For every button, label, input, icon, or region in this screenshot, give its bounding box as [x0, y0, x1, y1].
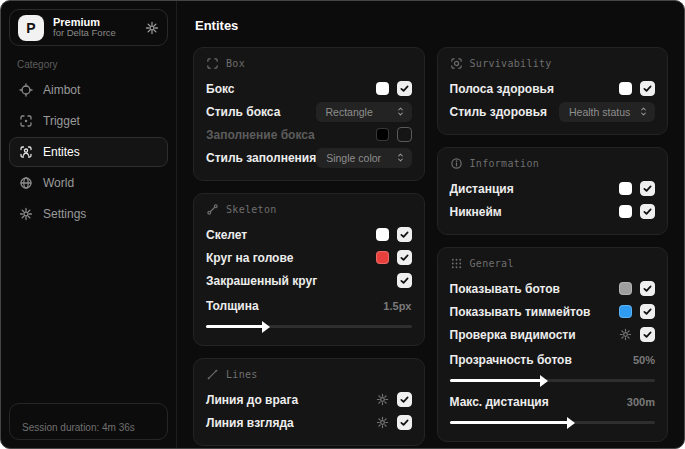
select-value: Single color	[326, 152, 381, 164]
chevrons-up-down-icon	[395, 152, 406, 163]
info-icon	[450, 157, 463, 170]
setting-label: Линия взгляда	[206, 416, 294, 430]
panel-lines: LinesЛиния до врагаЛиния взгляда	[193, 358, 425, 446]
checkbox[interactable]	[397, 415, 412, 430]
sidebar-nav: AimbotTriggetEntitesWorldSettings	[9, 75, 168, 229]
setting-label: Стиль бокса	[206, 105, 280, 119]
checkbox[interactable]	[397, 273, 412, 288]
color-swatch[interactable]	[376, 82, 389, 95]
row-controls	[376, 250, 412, 265]
select-dropdown[interactable]: Rectangle	[316, 102, 412, 122]
slider-value: 1.5px	[383, 300, 411, 312]
checkbox[interactable]	[397, 392, 412, 407]
color-swatch[interactable]	[619, 182, 632, 195]
sidebar-item-aimbot[interactable]: Aimbot	[9, 75, 168, 105]
slider-thumb[interactable]	[540, 375, 548, 387]
slider-track[interactable]	[206, 325, 412, 328]
select-value: Rectangle	[326, 106, 373, 118]
sidebar-item-world[interactable]: World	[9, 168, 168, 198]
checkbox[interactable]	[397, 227, 412, 242]
panel-information: InformationДистанцияНикнейм	[437, 147, 669, 235]
panel-columns: BoxБоксСтиль боксаRectangleЗаполнение бо…	[193, 47, 668, 446]
panel-title: Box	[226, 58, 245, 69]
select-dropdown[interactable]: Single color	[316, 148, 412, 168]
setting-label: Прозрачность ботов	[450, 353, 572, 367]
row-controls	[376, 415, 412, 430]
row-gear-icon[interactable]	[376, 416, 389, 429]
setting-row: Линия до врага	[206, 388, 412, 411]
panel-title: Lines	[226, 369, 258, 380]
row-controls	[376, 81, 412, 96]
setting-row: Макс. дистанция300m	[450, 390, 656, 413]
checkbox[interactable]	[640, 204, 655, 219]
slider-fill	[450, 421, 569, 424]
checkbox[interactable]	[640, 281, 655, 296]
checkbox[interactable]	[640, 304, 655, 319]
row-gear-icon[interactable]	[376, 393, 389, 406]
checkbox[interactable]	[640, 181, 655, 196]
slider-track[interactable]	[450, 379, 656, 382]
color-swatch[interactable]	[619, 205, 632, 218]
panel-header: General	[450, 257, 656, 270]
setting-label: Проверка видимости	[450, 328, 576, 342]
app-logo: P	[18, 15, 44, 41]
panel-skeleton: SkeletonСкелетКруг на головеЗакрашенный …	[193, 193, 425, 346]
setting-row: Никнейм	[450, 200, 656, 223]
main-content: Entites BoxБоксСтиль боксаRectangleЗапол…	[177, 1, 684, 448]
row-controls	[619, 281, 655, 296]
checkbox[interactable]	[397, 250, 412, 265]
setting-label: Бокс	[206, 82, 234, 96]
row-controls	[619, 327, 655, 342]
setting-label: Стиль здоровья	[450, 105, 548, 119]
setting-row: Заполнение бокса	[206, 123, 412, 146]
setting-row: Полоса здоровья	[450, 77, 656, 100]
color-swatch[interactable]	[619, 82, 632, 95]
setting-row: Стиль здоровьяHealth status	[450, 100, 656, 123]
lines-icon	[206, 368, 219, 381]
setting-label: Полоса здоровья	[450, 82, 554, 96]
chevrons-up-down-icon	[638, 106, 649, 117]
setting-label: Скелет	[206, 228, 247, 242]
product-card: P Premium for Delta Force	[9, 9, 168, 46]
sidebar-item-entites[interactable]: Entites	[9, 137, 168, 167]
panel-header: Skeleton	[206, 203, 412, 216]
chevrons-up-down-icon	[395, 106, 406, 117]
color-swatch[interactable]	[376, 128, 389, 141]
select-dropdown[interactable]: Health status	[559, 102, 655, 122]
sidebar-item-settings[interactable]: Settings	[9, 199, 168, 229]
panel-header: Information	[450, 157, 656, 170]
slider-thumb[interactable]	[567, 417, 575, 429]
header-gear-icon[interactable]	[145, 21, 159, 35]
settings-icon	[19, 207, 33, 221]
slider-fill	[206, 325, 264, 328]
checkbox[interactable]	[397, 81, 412, 96]
checkbox[interactable]	[640, 81, 655, 96]
setting-row: Закрашенный круг	[206, 269, 412, 292]
panel-title: General	[470, 258, 514, 269]
slider-setting: Макс. дистанция300m	[450, 388, 656, 430]
setting-row: Линия взгляда	[206, 411, 412, 434]
slider-value: 50%	[633, 354, 655, 366]
setting-row: Стиль заполненияSingle color	[206, 146, 412, 169]
slider-track[interactable]	[450, 421, 656, 424]
row-controls	[376, 227, 412, 242]
checkbox[interactable]	[397, 127, 412, 142]
color-swatch[interactable]	[376, 251, 389, 264]
setting-row: Показывать тиммейтов	[450, 300, 656, 323]
row-gear-icon[interactable]	[619, 328, 632, 341]
color-swatch[interactable]	[619, 282, 632, 295]
color-swatch[interactable]	[619, 305, 632, 318]
row-controls	[619, 181, 655, 196]
setting-label: Толщина	[206, 299, 259, 313]
panel-title: Skeleton	[226, 204, 277, 215]
survivability-icon	[450, 57, 463, 70]
slider-fill	[450, 379, 542, 382]
sidebar: P Premium for Delta Force Category Aimbo…	[1, 1, 177, 448]
right-column: SurvivabilityПолоса здоровьяСтиль здоров…	[437, 47, 669, 446]
slider-thumb[interactable]	[262, 321, 270, 333]
sidebar-item-label: Trigget	[43, 114, 80, 128]
panel-header: Survivability	[450, 57, 656, 70]
color-swatch[interactable]	[376, 228, 389, 241]
sidebar-item-trigget[interactable]: Trigget	[9, 106, 168, 136]
checkbox[interactable]	[640, 327, 655, 342]
